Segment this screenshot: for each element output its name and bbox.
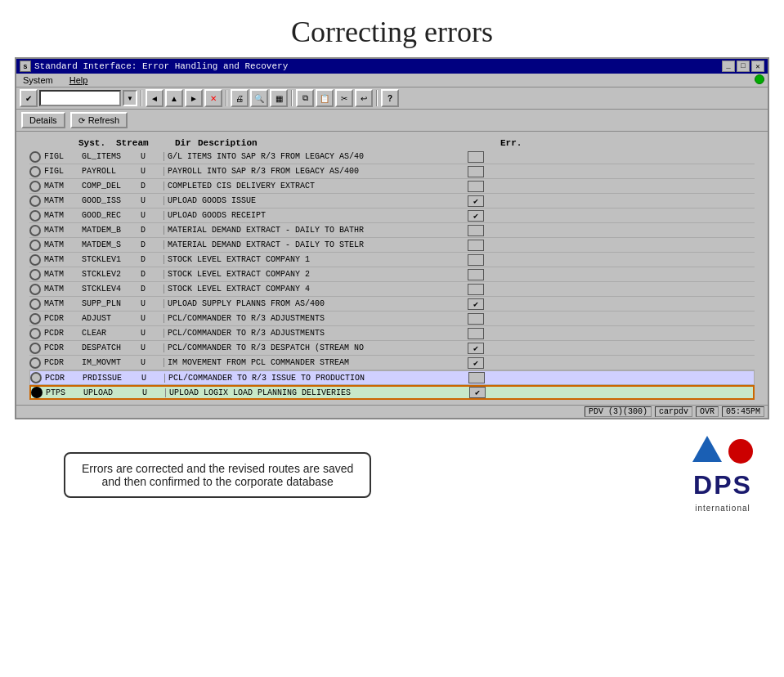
toolbar-separator-2 xyxy=(226,90,227,106)
toolbar: ✔ ▼ ◄ ▲ ► ✕ 🖨 🔍 ▦ ⧉ 📋 ✂ ↩ ? xyxy=(16,87,768,110)
table-row[interactable]: MATM STCKLEV1 D STOCK LEVEL EXTRACT COMP… xyxy=(29,253,755,267)
content-area: Syst. Stream Dir Description Err. FIGL G… xyxy=(16,132,768,405)
title-bar-buttons: _ □ ✕ xyxy=(722,61,764,72)
cell-dir-4: U xyxy=(141,211,164,220)
table-row[interactable]: PCDR DESPATCH U PCL/COMMANDER TO R/3 DES… xyxy=(29,341,755,356)
row-radio-8[interactable] xyxy=(29,269,41,280)
help-button[interactable]: ? xyxy=(381,89,399,107)
cell-stream-6: MATDEM_S xyxy=(82,240,141,249)
row-radio-4[interactable] xyxy=(29,210,41,222)
checkmark-icon: ✔ xyxy=(475,388,480,397)
row-radio-6[interactable] xyxy=(29,240,41,251)
row-radio-3[interactable] xyxy=(29,195,41,207)
cell-dir-7: D xyxy=(141,255,164,264)
cell-desc-7: STOCK LEVEL EXTRACT COMPANY 1 xyxy=(164,255,464,264)
table-row[interactable]: PCDR PRDISSUE U PCL/COMMANDER TO R/3 ISS… xyxy=(29,370,755,385)
table-row[interactable]: PCDR ADJUST U PCL/COMMANDER TO R/3 ADJUS… xyxy=(29,312,755,326)
cut-button[interactable]: ✂ xyxy=(335,89,353,107)
page-title: Correcting errors xyxy=(0,0,784,57)
forward-button[interactable]: ► xyxy=(185,89,203,107)
table-row[interactable]: MATM MATDEM_B D MATERIAL DEMAND EXTRACT … xyxy=(29,223,755,238)
cell-desc-8: STOCK LEVEL EXTRACT COMPANY 2 xyxy=(164,270,464,279)
cell-stream-9: STCKLEV4 xyxy=(82,285,141,294)
cell-stream-12: CLEAR xyxy=(82,329,141,338)
row-radio-9[interactable] xyxy=(29,284,41,295)
refresh-button[interactable]: ⟳ Refresh xyxy=(70,112,128,128)
row-radio-11[interactable] xyxy=(29,313,41,325)
table-row[interactable]: MATM SUPP_PLN U UPLOAD SUPPLY PLANNS FRO… xyxy=(29,297,755,312)
checkmark-icon: ✔ xyxy=(473,358,478,368)
cell-desc-2: COMPLETED CIS DELIVERY EXTRACT xyxy=(164,182,464,191)
blue-triangle-icon xyxy=(692,436,722,462)
grid-button[interactable]: ▦ xyxy=(270,89,288,107)
table-row[interactable]: PTPS UPLOAD U UPLOAD LOGIX LOAD PLANNING… xyxy=(29,385,755,400)
cell-syst-1: FIGL xyxy=(44,167,82,176)
back-button[interactable]: ◄ xyxy=(146,89,164,107)
table-row[interactable]: PCDR CLEAR U PCL/COMMANDER TO R/3 ADJUST… xyxy=(29,326,755,341)
checkmark-icon: ✔ xyxy=(473,211,478,221)
print-button[interactable]: 🖨 xyxy=(231,89,249,107)
cell-desc-6: MATERIAL DEMAND EXTRACT - DAILY TO STELR xyxy=(164,240,464,249)
cell-desc-15: PCL/COMMANDER TO R/3 ISSUE TO PRODUCTION xyxy=(164,374,465,383)
minimize-button[interactable]: _ xyxy=(722,61,735,72)
table-row[interactable]: MATM GOOD_ISS U UPLOAD GOODS ISSUE ✔ xyxy=(29,194,755,208)
table-row[interactable]: MATM GOOD_REC U UPLOAD GOODS RECEIPT ✔ xyxy=(29,208,755,223)
find-button[interactable]: 🔍 xyxy=(250,89,268,107)
row-radio-10[interactable] xyxy=(29,298,41,310)
copy-button[interactable]: ⧉ xyxy=(296,89,314,107)
stop-button[interactable]: ✕ xyxy=(204,89,222,107)
table-row[interactable]: MATM STCKLEV4 D STOCK LEVEL EXTRACT COMP… xyxy=(29,282,755,297)
table-row[interactable]: MATM MATDEM_S D MATERIAL DEMAND EXTRACT … xyxy=(29,238,755,253)
cell-syst-0: FIGL xyxy=(44,152,82,161)
cell-desc-3: UPLOAD GOODS ISSUE xyxy=(164,196,464,205)
undo-button[interactable]: ↩ xyxy=(355,89,373,107)
paste-button[interactable]: 📋 xyxy=(316,89,334,107)
up-button[interactable]: ▲ xyxy=(165,89,183,107)
maximize-button[interactable]: □ xyxy=(737,61,750,72)
cell-dir-1: U xyxy=(141,167,164,176)
table-row[interactable]: PCDR IM_MOVMT U IM MOVEMENT FROM PCL COM… xyxy=(29,356,755,370)
row-radio-13[interactable] xyxy=(29,343,41,354)
status-bar: PDV (3)(300) carpdv OVR 05:45PM xyxy=(16,405,768,418)
cell-desc-14: IM MOVEMENT FROM PCL COMMANDER STREAM xyxy=(164,358,464,367)
menu-system[interactable]: System xyxy=(20,74,56,86)
table-row[interactable]: MATM STCKLEV2 D STOCK LEVEL EXTRACT COMP… xyxy=(29,267,755,282)
cell-stream-16: UPLOAD xyxy=(83,388,142,397)
row-radio-7[interactable] xyxy=(29,254,41,266)
table-row[interactable]: FIGL PAYROLL U PAYROLL INTO SAP R/3 FROM… xyxy=(29,164,755,179)
cell-desc-16: UPLOAD LOGIX LOAD PLANNING DELIVERIES xyxy=(165,388,466,397)
close-button[interactable]: ✕ xyxy=(751,61,764,72)
table-row[interactable]: FIGL GL_ITEMS U G/L ITEMS INTO SAP R/3 F… xyxy=(29,150,755,164)
cell-syst-7: MATM xyxy=(44,255,82,264)
row-radio-0[interactable] xyxy=(29,151,41,163)
checkmark-icon: ✔ xyxy=(473,343,478,353)
command-input[interactable] xyxy=(39,90,121,106)
row-radio-12[interactable] xyxy=(29,328,41,339)
details-button[interactable]: Details xyxy=(21,112,65,128)
cell-err-14: ✔ xyxy=(468,357,484,369)
row-radio-2[interactable] xyxy=(29,181,41,192)
row-radio-5[interactable] xyxy=(29,225,41,236)
cell-stream-4: GOOD_REC xyxy=(82,211,141,220)
checkmark-button[interactable]: ✔ xyxy=(20,89,38,107)
cell-err-15 xyxy=(468,372,485,383)
row-radio-1[interactable] xyxy=(29,166,41,177)
status-carpdv: carpdv xyxy=(655,406,692,417)
cell-syst-15: PCDR xyxy=(45,374,83,383)
row-radio-14[interactable] xyxy=(29,357,41,369)
annotation-text: Errors are corrected and the revised rou… xyxy=(82,462,353,488)
row-radio-16[interactable] xyxy=(31,387,43,398)
header-dir: Dir xyxy=(175,138,198,148)
row-radio-15[interactable] xyxy=(30,372,42,383)
cell-err-12 xyxy=(468,328,484,339)
cell-syst-10: MATM xyxy=(44,299,82,308)
cell-stream-7: STCKLEV1 xyxy=(82,255,141,264)
cell-syst-5: MATM xyxy=(44,226,82,235)
cell-dir-9: D xyxy=(141,285,164,294)
table-row[interactable]: MATM COMP_DEL D COMPLETED CIS DELIVERY E… xyxy=(29,179,755,194)
dropdown-button[interactable]: ▼ xyxy=(123,90,137,106)
cell-dir-16: U xyxy=(142,388,165,397)
menu-help[interactable]: Help xyxy=(66,74,92,86)
cell-stream-3: GOOD_ISS xyxy=(82,196,141,205)
cell-desc-1: PAYROLL INTO SAP R/3 FROM LEGACY AS/400 xyxy=(164,167,464,176)
